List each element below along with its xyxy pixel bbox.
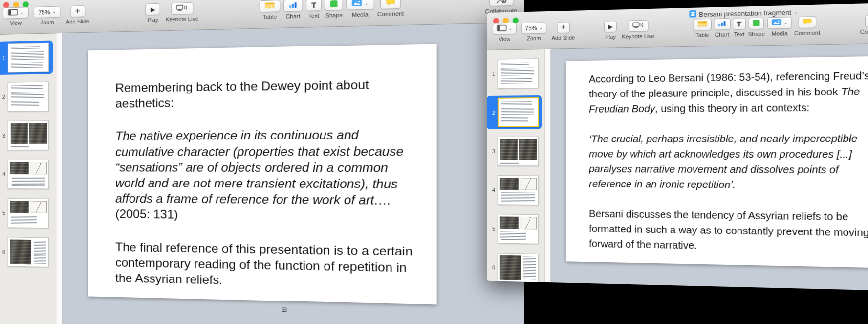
chart-label: Chart [286,13,301,19]
toolbar-play-group: ▶ Play Keynote Live [146,2,198,23]
slide-paragraph[interactable]: Remembering back to the Dewey point abou… [115,76,416,112]
add-slide-button[interactable]: + [557,22,569,33]
toolbar-insert-group: Table Chart T Text [693,16,820,38]
slide-number: 2 [0,94,5,100]
slide-navigator: 123456 [487,49,544,282]
keynote-live-button[interactable] [628,20,648,32]
slide-number: 3 [487,148,495,154]
slide-thumbnail[interactable] [8,160,49,189]
play-icon: ▶ [151,6,155,13]
add-slide-button[interactable]: + [70,5,85,17]
text-button[interactable]: T [733,18,746,30]
text-segment: Bersani discusses the tendency of Assyri… [589,208,868,251]
slide-thumbnail-row[interactable]: 2 [0,79,53,114]
view-icon [497,24,507,33]
slide-number: 6 [487,264,495,270]
slide-number: 5 [487,226,495,231]
keynote-doc-icon [237,0,244,1]
chart-button[interactable] [714,18,730,30]
window-content: 123456 Remembering back to the Dewey poi… [0,23,524,324]
add-slide-label: Add Slide [552,34,575,41]
text-button[interactable]: T [306,0,322,11]
keynote-window-right: Bersani presentation fragment ⌄ ⌄ View 7… [487,3,868,291]
slide-canvas[interactable]: Remembering back to the Dewey point abou… [62,23,524,324]
slide-thumbnail-row[interactable]: 3 [487,135,542,168]
slide-thumbnail-row[interactable]: 5 [487,212,542,246]
slide-number: 6 [0,249,5,255]
slide-paragraph[interactable]: According to Leo Bersani (1986: 53-54), … [589,68,868,116]
current-slide[interactable]: According to Leo Bersani (1986: 53-54), … [566,56,868,268]
collaborate-button[interactable] [865,15,868,27]
slide-thumbnail[interactable] [498,214,539,244]
current-slide[interactable]: Remembering back to the Dewey point abou… [88,44,436,304]
text-segment: According to Leo Bersani (1986: 53-54), … [589,70,868,99]
slide-paragraph[interactable]: ‘The crucial, perhaps irresistible, and … [589,131,868,193]
slide-thumbnail-row[interactable]: 1 [487,56,542,91]
slide-thumbnail[interactable] [8,198,49,228]
slide-thumbnail-row[interactable]: 6 [0,235,53,269]
text-icon: T [737,20,742,28]
slide-number: 4 [487,187,495,193]
chevron-down-icon[interactable]: ⌄ [794,10,798,15]
slide-thumbnail[interactable] [8,237,49,267]
view-label: View [10,20,22,26]
slide-thumbnail[interactable] [498,175,539,205]
collaborate-button[interactable] [489,0,514,6]
play-button[interactable]: ▶ [146,3,161,15]
zoom-value: 75% [38,9,50,16]
slide-thumbnail-row[interactable]: 4 [487,173,542,207]
text-segment: The final reference of this presentation… [115,240,412,287]
media-button[interactable]: ⌄ [346,0,374,10]
slide-thumbnail-row[interactable]: 5 [0,196,53,230]
view-button[interactable]: ⌄ [3,7,28,19]
keynote-live-button[interactable] [171,2,194,15]
slide-thumbnail[interactable] [498,97,539,127]
slide-thumbnail-row[interactable]: 2 [487,95,542,129]
slide-thumbnail[interactable] [498,137,539,166]
desktop-background: Bersani presentation fragment ⌄ ⌄ View 7… [0,0,868,324]
shape-icon [753,19,760,27]
comment-button[interactable] [380,0,401,9]
text-icon: T [311,1,316,9]
chevron-down-icon: ⌄ [20,11,24,15]
toolbar-insert-group: Table Chart T Text [260,0,404,20]
slide-thumbnail[interactable] [8,120,49,150]
slide-thumbnail-row[interactable]: 3 [0,118,53,152]
keynote-live-icon [632,22,644,30]
table-label: Table [262,14,277,20]
slide-thumbnail[interactable] [498,58,539,88]
slide-paragraph[interactable]: Bersani discusses the tendency of Assyri… [589,206,868,256]
slide-thumbnail-row[interactable]: 6 [487,251,542,282]
media-label: Media [772,30,788,37]
shape-button[interactable] [325,0,343,11]
chart-button[interactable] [283,0,303,12]
view-button[interactable]: ⌄ [493,23,516,35]
chevron-down-icon: ⌄ [784,21,788,25]
toolbar-left-group: ⌄ View 75% ⌄ Zoom + Add Slide [3,5,89,26]
shape-icon [330,0,337,9]
chevron-down-icon: ⌄ [539,26,543,30]
plus-icon: + [561,23,565,31]
slide-paragraph[interactable]: The native experience in its continuous … [115,126,416,225]
chart-icon [289,1,298,10]
play-button[interactable]: ▶ [604,21,617,32]
slide-thumbnail[interactable] [498,253,539,282]
keynote-window-left: Bersani presentation fragment ⌄ ⌄ View 7… [0,0,524,324]
slide-thumbnail[interactable] [8,81,49,111]
media-button[interactable]: ⌄ [767,17,792,29]
zoom-dropdown[interactable]: 75% ⌄ [33,6,61,18]
slide-thumbnail[interactable] [8,43,49,73]
comment-label: Comment [377,10,404,17]
slide-thumbnail-row[interactable]: 1 [0,41,53,75]
table-label: Table [695,32,709,38]
slide-thumbnail-row[interactable]: 4 [0,158,53,191]
text-segment: ‘The crucial, perhaps irresistible, and … [589,133,857,190]
slide-paragraph[interactable]: The final reference of this presentation… [115,239,416,292]
shape-button[interactable] [749,17,764,29]
table-button[interactable] [693,19,711,31]
slide-canvas[interactable]: According to Leo Bersani (1986: 53-54), … [551,43,868,291]
table-button[interactable] [260,0,281,12]
plus-box-icon[interactable]: ⊞ [282,306,287,313]
zoom-dropdown[interactable]: 75% ⌄ [521,22,546,34]
comment-button[interactable] [798,16,816,28]
